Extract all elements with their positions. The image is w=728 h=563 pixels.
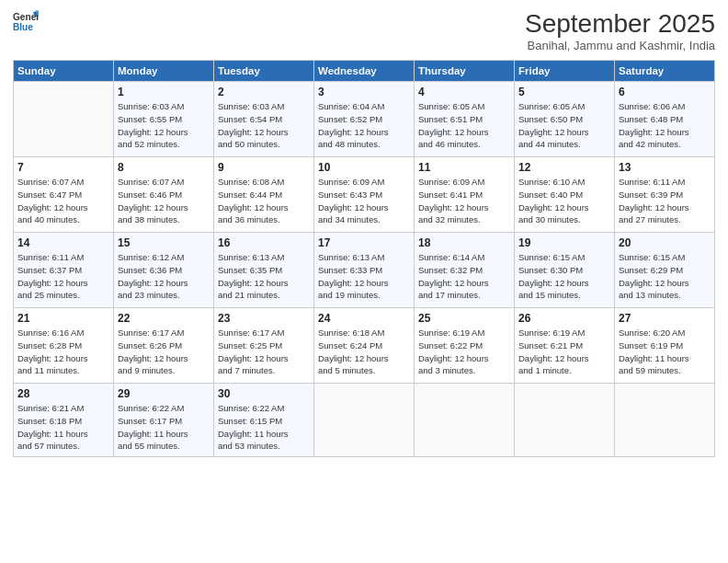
day-number: 27: [619, 312, 711, 325]
calendar-cell: [14, 82, 114, 157]
day-info: Sunrise: 6:13 AM Sunset: 6:35 PM Dayligh…: [218, 251, 310, 302]
calendar-cell: 2Sunrise: 6:03 AM Sunset: 6:54 PM Daylig…: [214, 82, 314, 157]
calendar-cell: 12Sunrise: 6:10 AM Sunset: 6:40 PM Dayli…: [515, 157, 615, 233]
day-number: 14: [17, 236, 109, 249]
calendar-cell: [314, 384, 415, 457]
day-number: 1: [118, 86, 210, 98]
day-info: Sunrise: 6:06 AM Sunset: 6:48 PM Dayligh…: [619, 100, 711, 151]
day-number: 9: [218, 161, 310, 174]
calendar-cell: 4Sunrise: 6:05 AM Sunset: 6:51 PM Daylig…: [415, 82, 515, 157]
day-info: Sunrise: 6:17 AM Sunset: 6:25 PM Dayligh…: [218, 327, 310, 377]
day-number: 12: [518, 161, 610, 174]
day-info: Sunrise: 6:05 AM Sunset: 6:51 PM Dayligh…: [418, 100, 510, 151]
calendar-cell: 16Sunrise: 6:13 AM Sunset: 6:35 PM Dayli…: [214, 233, 314, 308]
day-number: 4: [418, 86, 510, 98]
day-info: Sunrise: 6:08 AM Sunset: 6:44 PM Dayligh…: [218, 176, 310, 226]
calendar-cell: 27Sunrise: 6:20 AM Sunset: 6:19 PM Dayli…: [615, 308, 715, 384]
calendar-cell: 24Sunrise: 6:18 AM Sunset: 6:24 PM Dayli…: [314, 308, 415, 384]
calendar-week-row: 1Sunrise: 6:03 AM Sunset: 6:55 PM Daylig…: [14, 82, 715, 157]
calendar-cell: 29Sunrise: 6:22 AM Sunset: 6:17 PM Dayli…: [114, 384, 214, 457]
calendar-table: SundayMondayTuesdayWednesdayThursdayFrid…: [13, 60, 715, 457]
day-info: Sunrise: 6:19 AM Sunset: 6:21 PM Dayligh…: [518, 327, 610, 377]
calendar-cell: 13Sunrise: 6:11 AM Sunset: 6:39 PM Dayli…: [615, 157, 715, 233]
calendar-cell: 19Sunrise: 6:15 AM Sunset: 6:30 PM Dayli…: [515, 233, 615, 308]
calendar-cell: 17Sunrise: 6:13 AM Sunset: 6:33 PM Dayli…: [314, 233, 415, 308]
day-info: Sunrise: 6:14 AM Sunset: 6:32 PM Dayligh…: [418, 251, 510, 302]
day-number: 26: [518, 312, 610, 325]
calendar-cell: 23Sunrise: 6:17 AM Sunset: 6:25 PM Dayli…: [214, 308, 314, 384]
day-number: 10: [318, 161, 410, 174]
day-info: Sunrise: 6:03 AM Sunset: 6:54 PM Dayligh…: [218, 100, 310, 151]
day-info: Sunrise: 6:09 AM Sunset: 6:41 PM Dayligh…: [418, 176, 510, 226]
calendar-cell: 18Sunrise: 6:14 AM Sunset: 6:32 PM Dayli…: [415, 233, 515, 308]
day-number: 16: [218, 236, 310, 249]
calendar-cell: 6Sunrise: 6:06 AM Sunset: 6:48 PM Daylig…: [615, 82, 715, 157]
calendar-cell: 3Sunrise: 6:04 AM Sunset: 6:52 PM Daylig…: [314, 82, 415, 157]
calendar-cell: 22Sunrise: 6:17 AM Sunset: 6:26 PM Dayli…: [114, 308, 214, 384]
month-title: September 2025: [525, 9, 715, 39]
day-info: Sunrise: 6:11 AM Sunset: 6:39 PM Dayligh…: [619, 176, 711, 226]
day-number: 5: [518, 86, 610, 98]
calendar-week-row: 21Sunrise: 6:16 AM Sunset: 6:28 PM Dayli…: [14, 308, 715, 384]
calendar-cell: 1Sunrise: 6:03 AM Sunset: 6:55 PM Daylig…: [114, 82, 214, 157]
day-info: Sunrise: 6:09 AM Sunset: 6:43 PM Dayligh…: [318, 176, 410, 226]
day-info: Sunrise: 6:07 AM Sunset: 6:46 PM Dayligh…: [118, 176, 210, 226]
day-number: 22: [118, 312, 210, 325]
day-info: Sunrise: 6:15 AM Sunset: 6:29 PM Dayligh…: [619, 251, 711, 302]
calendar-cell: [615, 384, 715, 457]
day-number: 23: [218, 312, 310, 325]
day-number: 21: [17, 312, 109, 325]
header-row: SundayMondayTuesdayWednesdayThursdayFrid…: [14, 61, 715, 82]
calendar-week-row: 7Sunrise: 6:07 AM Sunset: 6:47 PM Daylig…: [14, 157, 715, 233]
day-info: Sunrise: 6:16 AM Sunset: 6:28 PM Dayligh…: [17, 327, 109, 377]
day-number: 3: [318, 86, 410, 98]
calendar-cell: 30Sunrise: 6:22 AM Sunset: 6:15 PM Dayli…: [214, 384, 314, 457]
day-number: 19: [518, 236, 610, 249]
calendar-cell: 21Sunrise: 6:16 AM Sunset: 6:28 PM Dayli…: [14, 308, 114, 384]
calendar-cell: 7Sunrise: 6:07 AM Sunset: 6:47 PM Daylig…: [14, 157, 114, 233]
day-number: 29: [118, 387, 210, 400]
logo-icon: General Blue: [13, 9, 39, 35]
weekday-header: Friday: [515, 61, 615, 82]
weekday-header: Sunday: [14, 61, 114, 82]
day-info: Sunrise: 6:07 AM Sunset: 6:47 PM Dayligh…: [17, 176, 109, 226]
calendar-cell: 15Sunrise: 6:12 AM Sunset: 6:36 PM Dayli…: [114, 233, 214, 308]
day-number: 13: [619, 161, 711, 174]
day-number: 28: [17, 387, 109, 400]
svg-text:Blue: Blue: [13, 22, 33, 32]
calendar-cell: 28Sunrise: 6:21 AM Sunset: 6:18 PM Dayli…: [14, 384, 114, 457]
weekday-header: Saturday: [615, 61, 715, 82]
day-info: Sunrise: 6:04 AM Sunset: 6:52 PM Dayligh…: [318, 100, 410, 151]
calendar-cell: 8Sunrise: 6:07 AM Sunset: 6:46 PM Daylig…: [114, 157, 214, 233]
day-number: 11: [418, 161, 510, 174]
logo: General Blue: [13, 9, 39, 35]
page-header: General Blue September 2025 Banihal, Jam…: [13, 9, 715, 52]
day-number: 6: [619, 86, 711, 98]
day-info: Sunrise: 6:03 AM Sunset: 6:55 PM Dayligh…: [118, 100, 210, 151]
location-subtitle: Banihal, Jammu and Kashmir, India: [525, 39, 715, 52]
calendar-cell: 20Sunrise: 6:15 AM Sunset: 6:29 PM Dayli…: [615, 233, 715, 308]
day-number: 7: [17, 161, 109, 174]
weekday-header: Monday: [114, 61, 214, 82]
day-info: Sunrise: 6:10 AM Sunset: 6:40 PM Dayligh…: [518, 176, 610, 226]
calendar-cell: 9Sunrise: 6:08 AM Sunset: 6:44 PM Daylig…: [214, 157, 314, 233]
day-number: 18: [418, 236, 510, 249]
day-info: Sunrise: 6:21 AM Sunset: 6:18 PM Dayligh…: [17, 402, 109, 453]
calendar-cell: 5Sunrise: 6:05 AM Sunset: 6:50 PM Daylig…: [515, 82, 615, 157]
calendar-week-row: 14Sunrise: 6:11 AM Sunset: 6:37 PM Dayli…: [14, 233, 715, 308]
title-block: September 2025 Banihal, Jammu and Kashmi…: [525, 9, 715, 52]
weekday-header: Wednesday: [314, 61, 415, 82]
day-info: Sunrise: 6:18 AM Sunset: 6:24 PM Dayligh…: [318, 327, 410, 377]
calendar-cell: [515, 384, 615, 457]
day-number: 20: [619, 236, 711, 249]
weekday-header: Thursday: [415, 61, 515, 82]
day-number: 24: [318, 312, 410, 325]
day-info: Sunrise: 6:19 AM Sunset: 6:22 PM Dayligh…: [418, 327, 510, 377]
calendar-cell: [415, 384, 515, 457]
calendar-cell: 26Sunrise: 6:19 AM Sunset: 6:21 PM Dayli…: [515, 308, 615, 384]
day-info: Sunrise: 6:20 AM Sunset: 6:19 PM Dayligh…: [619, 327, 711, 377]
day-number: 25: [418, 312, 510, 325]
day-info: Sunrise: 6:22 AM Sunset: 6:15 PM Dayligh…: [218, 402, 310, 453]
calendar-cell: 25Sunrise: 6:19 AM Sunset: 6:22 PM Dayli…: [415, 308, 515, 384]
day-number: 8: [118, 161, 210, 174]
